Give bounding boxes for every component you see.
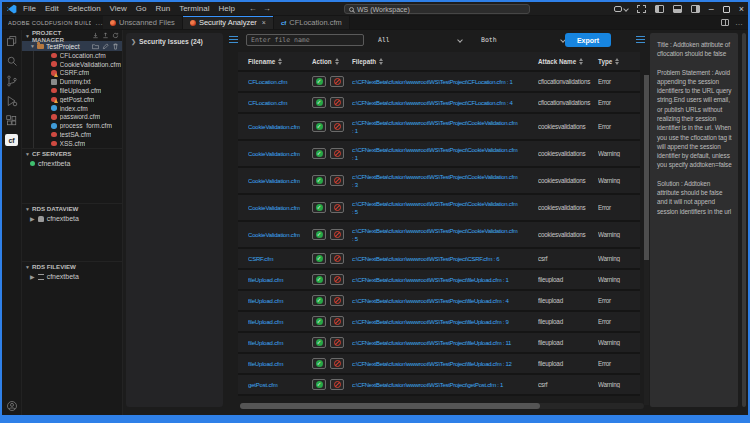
accept-issue-button[interactable]: ✓ [312, 148, 326, 159]
accept-issue-button[interactable]: ✓ [312, 337, 326, 348]
issue-filepath-link[interactable]: c:\CFNextBeta\cfusion\wwwroot\WS\TestPro… [352, 360, 538, 368]
ignore-issue-button[interactable] [330, 295, 344, 306]
issue-filename-link[interactable]: CookieValidation.cfm [248, 205, 312, 211]
severity-filter-select[interactable]: Both [478, 34, 568, 46]
project-file-item[interactable]: Dummy.txt [34, 77, 122, 86]
details-menu-icon[interactable] [636, 36, 645, 43]
ignore-issue-button[interactable] [330, 274, 344, 285]
export-project-icon[interactable] [102, 32, 109, 39]
issue-filepath-link[interactable]: c:\CFNextBeta\cfusion\wwwroot\WS\TestPro… [352, 119, 538, 135]
issue-filename-link[interactable]: fileUpload.cfm [248, 340, 312, 346]
menu-edit[interactable]: Edit [45, 4, 59, 13]
issue-filename-link[interactable]: getPost.cfm [248, 382, 312, 388]
issue-filename-link[interactable]: fileUpload.cfm [248, 319, 312, 325]
run-debug-icon[interactable] [5, 94, 18, 107]
file-name-filter-input[interactable] [246, 34, 364, 46]
issue-filepath-link[interactable]: c:\CFNextBeta\cfusion\wwwroot\WS\TestPro… [352, 339, 538, 347]
accept-issue-button[interactable]: ✓ [312, 175, 326, 186]
forward-arrow-icon[interactable]: → [263, 4, 271, 13]
security-issues-header[interactable]: ❯ Security Issues (24) [131, 38, 218, 45]
rds-fileview-header[interactable]: ▼ RDS FILEVIEW [22, 261, 122, 272]
ignore-issue-button[interactable] [330, 97, 344, 108]
accept-issue-button[interactable]: ✓ [312, 379, 326, 390]
ignore-issue-button[interactable] [330, 316, 344, 327]
account-icon[interactable] [6, 399, 19, 412]
issue-row[interactable]: fileUpload.cfm ✓ c:\CFNextBeta\cfusion\w… [238, 270, 640, 291]
issue-filepath-link[interactable]: c:\CFNextBeta\cfusion\wwwroot\WS\TestPro… [352, 381, 538, 389]
tab-unscanned-files[interactable]: Unscanned Files [103, 16, 183, 29]
ignore-issue-button[interactable] [330, 148, 344, 159]
issue-filepath-link[interactable]: c:\CFNextBeta\cfusion\wwwroot\WS\TestPro… [352, 99, 538, 107]
table-horizontal-scrollbar[interactable] [240, 403, 644, 409]
accept-issue-button[interactable]: ✓ [312, 295, 326, 306]
column-attack-name[interactable]: Attack Name [538, 58, 598, 65]
ignore-issue-button[interactable] [330, 202, 344, 213]
accept-issue-button[interactable]: ✓ [312, 202, 326, 213]
edit-icon[interactable] [102, 43, 109, 50]
issue-row[interactable]: CookieValidation.cfm ✓ c:\CFNextBeta\cfu… [238, 168, 640, 195]
issue-filename-link[interactable]: fileUpload.cfm [248, 361, 312, 367]
issue-row[interactable]: CFLocation.cfm ✓ c:\CFNextBeta\cfusion\w… [238, 72, 640, 93]
refresh-icon[interactable] [112, 32, 119, 39]
issue-filename-link[interactable]: CFLocation.cfm [248, 79, 312, 85]
accept-issue-button[interactable]: ✓ [312, 274, 326, 285]
ignore-issue-button[interactable] [330, 229, 344, 240]
issue-filename-link[interactable]: CookieValidation.cfm [248, 151, 312, 157]
project-manager-header[interactable]: ▼ PROJECT MANAGER [22, 30, 122, 41]
rds-dataview-item[interactable]: ▶ cfnextbeta [22, 214, 122, 224]
column-action[interactable]: Action [312, 58, 352, 65]
issue-filepath-link[interactable]: c:\CFNextBeta\cfusion\wwwroot\WS\TestPro… [352, 200, 538, 216]
issue-row[interactable]: CookieValidation.cfm ✓ c:\CFNextBeta\cfu… [238, 222, 640, 249]
cf-servers-header[interactable]: ▼ CF SERVERS [22, 148, 122, 159]
accept-issue-button[interactable]: ✓ [312, 76, 326, 87]
menu-selection[interactable]: Selection [68, 4, 101, 13]
toggle-secondary-sidebar-icon[interactable] [691, 5, 700, 13]
menu-run[interactable]: Run [155, 4, 170, 13]
issue-filepath-link[interactable]: c:\CFNextBeta\cfusion\wwwroot\WS\TestPro… [352, 78, 538, 86]
customize-layout-icon[interactable] [637, 5, 646, 13]
issue-filename-link[interactable]: CFLocation.cfm [248, 100, 312, 106]
toggle-panel-icon[interactable] [673, 5, 682, 13]
export-button[interactable]: Export [565, 33, 611, 47]
accept-issue-button[interactable]: ✓ [312, 229, 326, 240]
new-folder-icon[interactable] [92, 43, 99, 50]
issue-row[interactable]: CookieValidation.cfm ✓ c:\CFNextBeta\cfu… [238, 141, 640, 168]
project-node-testproject[interactable]: ▼ TestProject [22, 41, 122, 51]
issue-filepath-link[interactable]: c:\CFNextBeta\cfusion\wwwroot\WS\TestPro… [352, 255, 538, 263]
left-menu-icon[interactable] [229, 36, 238, 43]
project-file-item[interactable]: index.cfm [34, 104, 122, 113]
accept-issue-button[interactable]: ✓ [312, 316, 326, 327]
tab-security-analyzer[interactable]: Security Analyzer × [183, 16, 274, 29]
tab-cflocation[interactable]: cf CFLocation.cfm [274, 16, 350, 29]
project-file-item[interactable]: CFLocation.cfm [34, 51, 122, 60]
issue-filename-link[interactable]: CookieValidation.cfm [248, 232, 312, 238]
issue-filepath-link[interactable]: c:\CFNextBeta\cfusion\wwwroot\WS\TestPro… [352, 318, 538, 326]
menu-help[interactable]: Help [218, 4, 234, 13]
menu-view[interactable]: View [110, 4, 127, 13]
menu-go[interactable]: Go [136, 4, 147, 13]
accept-issue-button[interactable]: ✓ [312, 253, 326, 264]
ignore-issue-button[interactable] [330, 358, 344, 369]
issue-row[interactable]: CookieValidation.cfm ✓ c:\CFNextBeta\cfu… [238, 114, 640, 141]
cf-server-item[interactable]: cfnextbeta [22, 159, 122, 169]
issue-filepath-link[interactable]: c:\CFNextBeta\cfusion\wwwroot\WS\TestPro… [352, 276, 538, 284]
issue-filename-link[interactable]: CookieValidation.cfm [248, 178, 312, 184]
project-file-item[interactable]: testSA.cfm [34, 130, 122, 139]
close-button[interactable]: × [739, 5, 744, 14]
project-file-item[interactable]: fileUpload.cfm [34, 86, 122, 95]
issue-row[interactable]: CFLocation.cfm ✓ c:\CFNextBeta\cfusion\w… [238, 93, 640, 114]
split-editor-icon[interactable] [721, 19, 729, 26]
ignore-issue-button[interactable] [330, 121, 344, 132]
issue-filename-link[interactable]: fileUpload.cfm [248, 298, 312, 304]
editor-actions-icon[interactable]: … [735, 20, 743, 26]
issue-filepath-link[interactable]: c:\CFNextBeta\cfusion\wwwroot\WS\TestPro… [352, 173, 538, 189]
delete-icon[interactable] [112, 43, 119, 50]
column-type[interactable]: Type [598, 58, 634, 65]
details-scrollbar[interactable] [742, 33, 746, 407]
command-center-search[interactable]: WS (Workspace) [344, 4, 530, 14]
issue-filename-link[interactable]: CSRF.cfm [248, 256, 312, 262]
project-file-item[interactable]: XSS.cfm [34, 139, 122, 148]
issue-filepath-link[interactable]: c:\CFNextBeta\cfusion\wwwroot\WS\TestPro… [352, 297, 538, 305]
issue-filepath-link[interactable]: c:\CFNextBeta\cfusion\wwwroot\WS\TestPro… [352, 227, 538, 243]
issue-row[interactable]: CookieValidation.cfm ✓ c:\CFNextBeta\cfu… [238, 195, 640, 222]
